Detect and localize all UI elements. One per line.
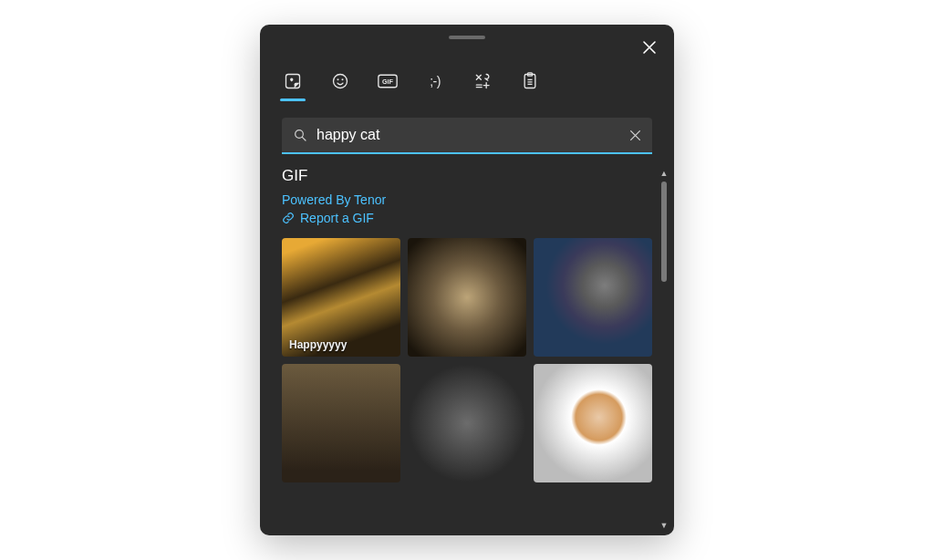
gif-icon: GIF	[378, 72, 398, 90]
gif-result-tile[interactable]	[534, 364, 652, 482]
vertical-scrollbar[interactable]: ▲ ▼	[658, 167, 670, 535]
gif-result-tile[interactable]	[534, 238, 652, 357]
gif-result-tile[interactable]: Happyyyyy	[282, 238, 400, 357]
smiley-icon	[331, 72, 349, 90]
gif-result-tile[interactable]	[282, 364, 400, 482]
scroll-down-arrow-icon: ▼	[660, 521, 669, 530]
svg-point-3	[342, 78, 344, 80]
kaomoji-icon: ;-)	[430, 74, 441, 88]
scrollbar-thumb[interactable]	[661, 181, 667, 282]
svg-rect-0	[286, 75, 300, 88]
sticker-heart-icon	[284, 72, 302, 90]
tab-kaomoji[interactable]: ;-)	[424, 70, 446, 92]
svg-point-1	[334, 75, 348, 88]
tab-symbols[interactable]	[472, 70, 493, 92]
x-icon	[629, 130, 641, 141]
report-gif-link[interactable]: Report a GIF	[282, 211, 658, 225]
clear-search-button[interactable]	[629, 130, 641, 141]
attribution-link[interactable]: Powered By Tenor	[282, 192, 658, 207]
gif-results-grid: Happyyyyy	[282, 238, 658, 482]
content-area: GIF Powered By Tenor Report a GIF Happyy…	[282, 167, 670, 535]
close-icon	[642, 40, 657, 55]
search-input[interactable]	[317, 127, 620, 143]
section-title: GIF	[282, 167, 658, 185]
drag-handle[interactable]	[449, 36, 485, 39]
svg-text:GIF: GIF	[382, 78, 394, 86]
tab-emoji[interactable]	[329, 70, 351, 92]
scroll-area: GIF Powered By Tenor Report a GIF Happyy…	[282, 167, 658, 535]
clipboard-icon	[522, 72, 538, 90]
svg-line-12	[302, 137, 306, 140]
gif-result-tile[interactable]	[408, 238, 526, 357]
emoji-gif-panel: GIF ;-) GIF	[260, 25, 674, 535]
tab-gif[interactable]: GIF	[377, 70, 399, 92]
attribution-label: Powered By Tenor	[282, 192, 386, 207]
search-bar	[282, 118, 652, 154]
close-button[interactable]	[639, 37, 659, 57]
gif-caption: Happyyyyy	[289, 338, 347, 351]
scroll-up-arrow-icon: ▲	[660, 169, 669, 178]
search-icon	[293, 128, 307, 142]
link-icon	[282, 212, 295, 224]
tab-recent[interactable]	[282, 70, 304, 92]
gif-result-tile[interactable]	[408, 364, 526, 482]
scrollbar-track	[661, 181, 667, 517]
svg-point-2	[337, 78, 339, 80]
symbols-icon	[473, 72, 492, 90]
report-gif-label: Report a GIF	[300, 211, 374, 225]
tab-clipboard[interactable]	[519, 70, 541, 92]
